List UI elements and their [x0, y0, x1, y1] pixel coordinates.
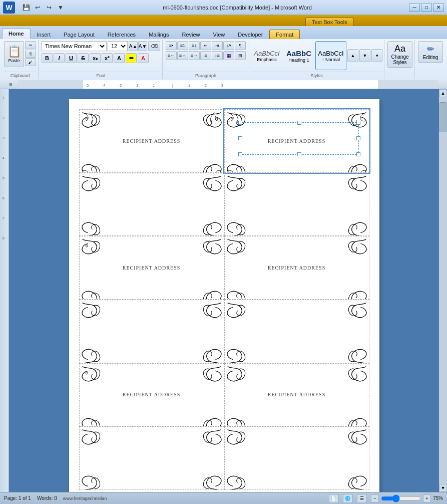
font-label: Font [42, 72, 160, 78]
svg-text:|: | [172, 84, 173, 88]
line-spacing-button[interactable]: ↕≡ [212, 51, 223, 60]
numbering-button[interactable]: ≡1 [177, 41, 188, 50]
context-tab-textbox[interactable]: Text Box Tools [305, 18, 354, 26]
font-color-button[interactable]: A [138, 53, 149, 63]
label-cell-4[interactable] [224, 173, 369, 236]
justify-button[interactable]: ≡ [200, 51, 211, 60]
ruler-corner: ⊞ [9, 82, 18, 87]
emphasis-preview: AaBbCcI [254, 50, 279, 57]
sort-button[interactable]: ↕A [223, 41, 234, 50]
minimize-button[interactable]: ─ [409, 3, 420, 12]
align-center-button[interactable]: ≡↔ [177, 51, 188, 60]
style-emphasis[interactable]: AaBbCcI Emphasis [251, 41, 282, 70]
tab-mailings[interactable]: Mailings [142, 30, 175, 39]
tab-view[interactable]: View [207, 30, 232, 39]
vertical-scrollbar: ▲ ▼ [439, 89, 447, 492]
borders-button[interactable]: ⊞ [235, 51, 246, 60]
svg-point-20 [231, 118, 233, 120]
decrease-indent-button[interactable]: ⇤ [200, 41, 211, 50]
layout-web-button[interactable]: 🌐 [343, 494, 353, 503]
label-cell-8[interactable] [224, 300, 369, 363]
scroll-down-button[interactable]: ▼ [439, 484, 447, 492]
strikethrough-button[interactable]: S [78, 53, 89, 63]
label-cell-6[interactable]: RECIPIENT ADDRESS [224, 236, 369, 300]
save-button[interactable]: 💾 [21, 3, 31, 13]
style-normal[interactable]: AaBbCcI ↑ Normal [315, 41, 346, 70]
tab-review[interactable]: Review [175, 30, 206, 39]
layout-print-button[interactable]: 📄 [329, 494, 339, 503]
word-logo: W [3, 2, 15, 14]
format-painter-button[interactable]: 🖌 [25, 58, 36, 66]
clipboard-group: 📋 Paste ✂ ⎘ 🖌 Clipboard [2, 40, 39, 79]
text-effects-button[interactable]: A [114, 53, 125, 63]
style-heading1[interactable]: AaBbC Heading 1 [283, 41, 314, 70]
font-size-select[interactable]: 12 [108, 41, 128, 51]
multilevel-button[interactable]: ≡↕ [189, 41, 200, 50]
shading-button[interactable]: ▦ [223, 51, 234, 60]
bullets-button[interactable]: ≡• [166, 41, 177, 50]
maximize-button[interactable]: □ [421, 3, 432, 12]
editing-button[interactable]: ✏ Editing [418, 41, 443, 63]
styles-scroll-down[interactable]: ▼ [359, 49, 370, 62]
more-button[interactable]: ▼ [56, 3, 66, 13]
label-cell-11[interactable] [79, 426, 224, 490]
title-bar-controls: ─ □ ✕ [409, 3, 444, 12]
close-button[interactable]: ✕ [433, 3, 444, 12]
zoom-slider[interactable] [381, 495, 421, 501]
clear-format-button[interactable]: ⌫ [148, 41, 160, 51]
styles-more[interactable]: ▾ [371, 49, 382, 62]
increase-font-button[interactable]: A▲ [129, 41, 138, 51]
change-styles-button[interactable]: Aa ChangeStyles [387, 41, 412, 68]
label-cell-9[interactable]: RECIPIENT ADDRESS [79, 363, 224, 427]
editing-group: ✏ Editing [416, 40, 445, 79]
svg-text:1: 1 [188, 84, 190, 87]
label-cell-3[interactable] [79, 173, 224, 236]
scroll-thumb[interactable] [439, 102, 446, 132]
decrease-font-button[interactable]: A▼ [138, 41, 147, 51]
bold-button[interactable]: B [42, 53, 53, 63]
scroll-up-button[interactable]: ▲ [439, 89, 447, 97]
page: RECIPIENT ADDRESS [69, 99, 379, 492]
svg-text:-1: -1 [152, 84, 155, 87]
styles-scroll-up[interactable]: ▲ [347, 49, 358, 62]
superscript-button[interactable]: x² [102, 53, 113, 63]
document-area[interactable]: RECIPIENT ADDRESS [9, 89, 439, 492]
align-left-button[interactable]: ≡← [166, 51, 177, 60]
underline-button[interactable]: U [66, 53, 77, 63]
label-cell-5[interactable]: RECIPIENT ADDRESS [79, 236, 224, 300]
title-bar-title: ml-0600-flourishes.doc [Compatibility Mo… [163, 5, 312, 11]
layout-outline-button[interactable]: ☰ [357, 494, 367, 503]
tab-developer[interactable]: Developer [231, 30, 269, 39]
undo-button[interactable]: ↩ [33, 3, 43, 13]
subscript-button[interactable]: x₂ [90, 53, 101, 63]
italic-button[interactable]: I [54, 53, 65, 63]
tab-insert[interactable]: Insert [31, 30, 58, 39]
tab-home[interactable]: Home [2, 29, 31, 39]
zoom-out-button[interactable]: − [371, 494, 379, 502]
increase-indent-button[interactable]: ⇥ [212, 41, 223, 50]
align-right-button[interactable]: ≡→ [189, 51, 200, 60]
text-highlight-button[interactable]: ✏ [126, 53, 137, 63]
font-name-select[interactable]: Times New Roman [42, 41, 107, 51]
tab-format[interactable]: Format [269, 30, 300, 39]
tab-page-layout[interactable]: Page Layout [57, 30, 101, 39]
label-cell-2[interactable]: RECIPIENT ADDRESS [224, 109, 369, 173]
label-cell-7[interactable] [79, 300, 224, 363]
show-formatting-button[interactable]: ¶ [235, 41, 246, 50]
cut-button[interactable]: ✂ [25, 41, 36, 49]
paste-icon: 📋 [8, 45, 21, 58]
copy-button[interactable]: ⎘ [25, 50, 36, 58]
page-info: Page: 1 of 1 [4, 495, 31, 501]
redo-button[interactable]: ↪ [44, 3, 54, 13]
label-cell-10[interactable]: RECIPIENT ADDRESS [224, 363, 369, 427]
zoom-in-button[interactable]: + [423, 494, 431, 502]
scroll-track[interactable] [439, 97, 447, 484]
ruler-scale: -5 -4 -3 -2 -1 | 1 2 3 [18, 80, 438, 89]
label-cell-1[interactable]: RECIPIENT ADDRESS [79, 109, 224, 173]
paste-button[interactable]: 📋 Paste [4, 41, 24, 67]
svg-text:-5: -5 [86, 84, 89, 87]
change-styles-group: Aa ChangeStyles [385, 40, 415, 79]
tab-references[interactable]: References [101, 30, 142, 39]
label-cell-12[interactable] [224, 426, 369, 490]
vertical-ruler: 1 2 3 4 5 6 7 8 [0, 89, 9, 492]
